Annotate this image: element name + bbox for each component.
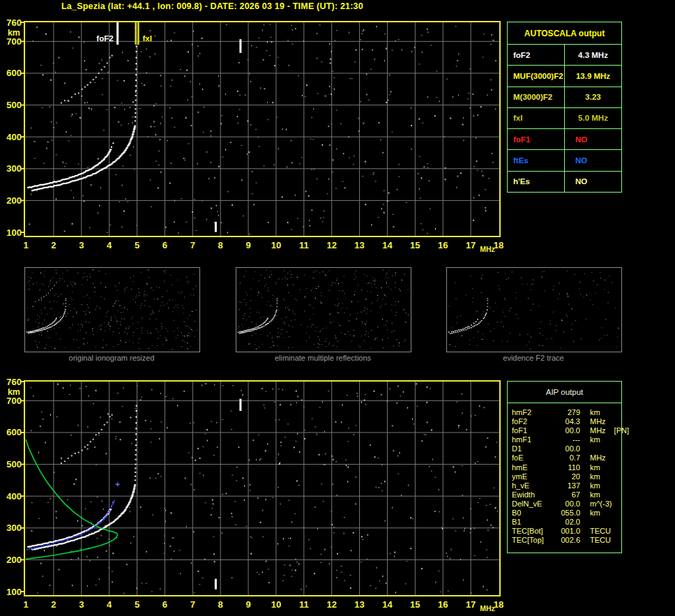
- thumbnail-caption: original ionogram resized: [24, 354, 199, 362]
- parameter-unit: m^(-3): [580, 499, 621, 509]
- parameter-value: 3.23: [565, 87, 622, 107]
- y-tick-label: 300: [6, 523, 22, 533]
- top-ionogram-plot: foF2fxI760700600500400300200100km1234567…: [0, 14, 506, 265]
- parameter-label: h'Es: [508, 171, 565, 192]
- y-tick-label: 600: [6, 68, 22, 78]
- parameter-value: 02.0: [552, 518, 580, 527]
- parameter-label: hmF1: [512, 435, 552, 444]
- parameter-value: 137: [552, 481, 580, 490]
- x-tick-label: 11: [299, 599, 309, 610]
- x-tick-label: 15: [410, 599, 420, 610]
- parameter-flag: [PN]: [614, 426, 629, 435]
- parameter-value: 5.0 MHz: [565, 107, 622, 128]
- parameter-label: DelN_vE: [512, 499, 552, 509]
- x-tick-label: 17: [466, 240, 476, 250]
- y-tick-label: 400: [6, 491, 22, 502]
- autoscala-table-title: AUTOSCALA output: [508, 22, 622, 45]
- aip-table-row: D100.0: [512, 444, 621, 453]
- parameter-label: Ewidth: [512, 490, 552, 499]
- parameter-value: 0.7: [552, 453, 580, 463]
- x-tick-label: 4: [107, 599, 112, 610]
- parameter-value: 00.0: [552, 444, 580, 453]
- parameter-value: 002.6: [552, 536, 580, 545]
- autoscala-table-row: MUF(3000)F213.9 MHz: [508, 66, 622, 87]
- x-tick-label: 7: [190, 240, 195, 250]
- aip-table-row: B102.0: [512, 518, 621, 527]
- autoscala-table-row: foF1NO: [508, 129, 622, 150]
- x-tick-label: 10: [271, 240, 281, 250]
- aip-panel-title: AIP output: [508, 382, 621, 403]
- aip-output-panel: AIP output hmF2279kmfoF204.3MHzfoF100.0M…: [507, 381, 622, 553]
- ionogram-content: foF2fxI760700600500400300200100km1234567…: [6, 17, 503, 254]
- thumbnail-content: [26, 269, 197, 350]
- parameter-unit: km: [580, 490, 621, 499]
- y-axis-unit-label: km: [8, 28, 20, 38]
- x-tick-label: 8: [218, 240, 223, 250]
- thumbnail-caption: evidence F2 trace: [446, 354, 621, 362]
- autoscala-table-row: fxI5.0 MHz: [508, 107, 622, 128]
- parameter-label: ftEs: [508, 150, 565, 171]
- parameter-label: foF2: [512, 417, 552, 426]
- x-tick-label: 16: [438, 240, 448, 250]
- aip-table-row: TEC[Top]002.6TECU: [512, 536, 621, 545]
- parameter-unit: TECU: [580, 527, 621, 536]
- y-tick-label: 600: [6, 427, 22, 437]
- x-tick-label: 10: [271, 599, 281, 610]
- y-tick-label: 300: [6, 163, 22, 174]
- y-tick-label: 700: [6, 36, 22, 47]
- parameter-value: 279: [552, 408, 580, 417]
- parameter-value: 4.3 MHz: [565, 45, 622, 66]
- aip-table-row: B0055.0km: [512, 509, 621, 518]
- y-tick-label: 400: [6, 132, 22, 142]
- y-tick-label: 100: [6, 587, 22, 597]
- x-axis-unit-label: MHz: [480, 245, 495, 253]
- autoscala-app-window: La_Spezia (lat: +44.1 , lon: 009.8) - DA…: [0, 0, 675, 616]
- fxI-marker-label: fxI: [143, 34, 152, 43]
- x-tick-label: 18: [494, 240, 503, 250]
- y-tick-label: 500: [6, 459, 22, 469]
- aip-table-row: foF100.0MHz[PN]: [512, 426, 621, 435]
- aip-table-row: DelN_vE00.0m^(-3): [512, 499, 621, 509]
- bottom-ionogram-plot-with-profile: 760700600500400300200100km12345678910111…: [0, 373, 506, 616]
- x-tick-label: 7: [190, 599, 195, 610]
- parameter-value: 001.0: [552, 527, 580, 536]
- parameter-unit: km: [580, 463, 621, 472]
- x-tick-label: 14: [382, 599, 393, 610]
- aip-table-row: ymE20km: [512, 472, 621, 481]
- parameter-unit: TECU: [580, 536, 621, 545]
- parameter-value: 20: [552, 472, 580, 481]
- parameter-label: M(3000)F2: [508, 87, 565, 107]
- thumbnail-evidence-f2-trace: [446, 267, 622, 352]
- y-tick-label: 500: [6, 100, 22, 110]
- x-tick-label: 11: [299, 240, 309, 250]
- aip-table-row: hmF1---km: [512, 435, 621, 444]
- parameter-label: TEC[Bot]: [512, 527, 552, 536]
- y-tick-label: 760: [6, 17, 22, 28]
- parameter-value: NO: [565, 150, 622, 171]
- parameter-value: 110: [552, 463, 580, 472]
- thumbnail-original-ionogram: [24, 267, 200, 352]
- parameter-label: B0: [512, 509, 552, 518]
- x-tick-label: 16: [438, 599, 448, 610]
- parameter-label: foF2: [508, 45, 565, 66]
- x-tick-label: 3: [79, 599, 84, 610]
- x-tick-label: 12: [326, 599, 336, 610]
- parameter-unit: [580, 518, 621, 527]
- parameter-value: 13.9 MHz: [565, 66, 622, 87]
- parameter-value: NO: [565, 129, 622, 150]
- parameter-label: hmE: [512, 463, 552, 472]
- x-tick-label: 15: [410, 240, 420, 250]
- thumbnail-content: [238, 269, 409, 349]
- parameter-label: fxI: [508, 107, 565, 128]
- parameter-unit: km: [580, 472, 621, 481]
- aip-table-row: foF204.3MHz: [512, 417, 621, 426]
- parameter-unit: km: [580, 408, 621, 417]
- parameter-value: 055.0: [552, 509, 580, 518]
- aip-table-row: h_vE137km: [512, 481, 621, 490]
- autoscala-table-row: M(3000)F23.23: [508, 87, 622, 107]
- x-tick-label: 9: [245, 599, 250, 610]
- thumbnail-content: [448, 271, 619, 350]
- parameter-unit: MHz: [580, 453, 621, 463]
- aip-rows: hmF2279kmfoF204.3MHzfoF100.0MHz[PN]hmF1-…: [508, 403, 621, 545]
- thumbnail-eliminate-multiple-reflections: [236, 267, 411, 352]
